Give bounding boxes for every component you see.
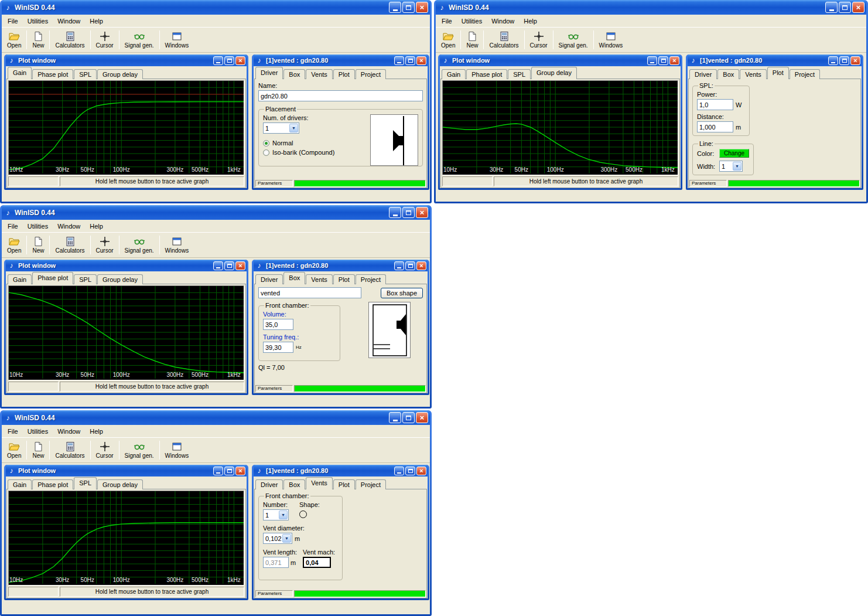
windows-button[interactable]: Windows (161, 28, 193, 52)
tab-box[interactable]: Box (283, 479, 305, 489)
spl-plot-area[interactable]: 10Hz30Hz50Hz100Hz300Hz500Hz1kHz (8, 491, 244, 586)
close-button[interactable]: × (416, 412, 428, 423)
minimize-button[interactable] (394, 261, 404, 270)
signal-gen-button[interactable]: Signal gen. (121, 233, 158, 257)
tab-box[interactable]: Box (717, 69, 739, 79)
cursor-button[interactable]: Cursor (92, 438, 118, 462)
close-button[interactable]: × (235, 56, 245, 65)
menu-help[interactable]: Help (85, 426, 108, 437)
volume-link[interactable]: Volume: (263, 311, 336, 318)
tab-plot[interactable]: Plot (767, 67, 789, 79)
tab-phase-plot[interactable]: Phase plot (32, 272, 73, 284)
tab-box[interactable]: Box (283, 69, 305, 79)
tab-vents[interactable]: Vents (740, 69, 767, 79)
vent-mach-input[interactable] (303, 557, 331, 568)
tab-project[interactable]: Project (356, 69, 386, 79)
new-button[interactable]: New (28, 438, 48, 462)
menu-file[interactable]: File (437, 16, 457, 26)
tab-group-delay[interactable]: Group delay (97, 69, 143, 79)
maximize-button[interactable] (405, 56, 415, 65)
menu-window[interactable]: Window (53, 426, 85, 437)
tab-gain[interactable]: Gain (8, 67, 32, 79)
parameters-label[interactable]: Parameters (255, 385, 293, 392)
radio-isobarik[interactable]: Iso-barik (Compound) (263, 149, 334, 156)
minimize-button[interactable] (825, 2, 838, 13)
maximize-button[interactable] (402, 412, 415, 423)
volume-input[interactable] (263, 319, 293, 330)
plot-window-title-bar[interactable]: ♪ Plot window × (440, 55, 681, 66)
tab-plot[interactable]: Plot (333, 274, 355, 284)
menu-help[interactable]: Help (85, 221, 108, 232)
close-button[interactable]: × (416, 56, 426, 65)
maximize-button[interactable] (405, 261, 415, 270)
tab-group-delay[interactable]: Group delay (97, 274, 143, 284)
minimize-button[interactable] (828, 56, 838, 65)
menu-file[interactable]: File (3, 426, 23, 437)
close-button[interactable]: × (416, 261, 426, 270)
maximize-button[interactable] (224, 56, 234, 65)
tuning-freq-input[interactable] (263, 342, 293, 353)
new-button[interactable]: New (28, 233, 48, 257)
menu-file[interactable]: File (3, 221, 23, 232)
tab-vents[interactable]: Vents (306, 477, 333, 489)
parameters-label[interactable]: Parameters (255, 590, 293, 597)
signal-gen-button[interactable]: Signal gen. (555, 28, 592, 52)
minimize-button[interactable] (389, 2, 401, 13)
calculators-button[interactable]: Calculators (51, 28, 88, 52)
vent-shape-circle-icon[interactable] (299, 511, 307, 518)
windows-button[interactable]: Windows (161, 233, 193, 257)
vented-window-title-bar[interactable]: ♪ [1]vented : gdn20.80 × (688, 55, 862, 66)
vented-window-title-bar[interactable]: ♪ [1]vented : gdn20.80 × (254, 260, 428, 271)
tab-box[interactable]: Box (283, 272, 305, 284)
calculators-button[interactable]: Calculators (51, 233, 88, 257)
menu-utilities[interactable]: Utilities (23, 16, 53, 26)
radio-normal[interactable]: Normal (263, 139, 334, 147)
maximize-button[interactable] (658, 56, 668, 65)
menu-file[interactable]: File (3, 16, 23, 26)
tab-phase-plot[interactable]: Phase plot (466, 69, 507, 79)
title-bar[interactable]: ♪ WinISD 0.44 × (2, 410, 430, 425)
tab-vents[interactable]: Vents (306, 274, 333, 284)
minimize-button[interactable] (647, 56, 657, 65)
tab-plot[interactable]: Plot (333, 479, 355, 489)
maximize-button[interactable] (402, 2, 415, 13)
minimize-button[interactable] (213, 261, 223, 270)
tab-driver[interactable]: Driver (689, 69, 717, 79)
minimize-button[interactable] (394, 467, 404, 475)
close-button[interactable]: × (416, 207, 428, 218)
tab-vents[interactable]: Vents (306, 69, 333, 79)
tab-gain[interactable]: Gain (442, 69, 466, 79)
tab-spl[interactable]: SPL (74, 477, 97, 489)
power-input[interactable] (697, 99, 733, 110)
menu-utilities[interactable]: Utilities (457, 16, 487, 26)
minimize-button[interactable] (213, 56, 223, 65)
tab-gain[interactable]: Gain (8, 479, 32, 489)
close-button[interactable]: × (852, 2, 864, 13)
tab-spl[interactable]: SPL (74, 69, 97, 79)
new-button[interactable]: New (462, 28, 482, 52)
vent-number-select[interactable]: 1 ▼ (263, 509, 289, 520)
vent-length-input[interactable] (263, 557, 289, 568)
tab-driver[interactable]: Driver (255, 479, 283, 489)
tab-driver[interactable]: Driver (255, 274, 283, 284)
tuning-freq-link[interactable]: Tuning freq.: (263, 333, 336, 341)
tab-project[interactable]: Project (356, 479, 386, 489)
tab-driver[interactable]: Driver (255, 67, 283, 79)
maximize-button[interactable] (402, 207, 415, 218)
box-type-input[interactable] (258, 287, 361, 298)
phase-plot-area[interactable]: 10Hz30Hz50Hz100Hz300Hz500Hz1kHz (8, 285, 244, 380)
minimize-button[interactable] (213, 467, 223, 475)
maximize-button[interactable] (224, 261, 234, 270)
menu-help[interactable]: Help (85, 16, 108, 26)
line-color-change-button[interactable]: Change (719, 149, 749, 158)
maximize-button[interactable] (839, 2, 851, 13)
close-button[interactable]: × (235, 467, 245, 475)
maximize-button[interactable] (224, 467, 234, 475)
plot-window-title-bar[interactable]: ♪ Plot window × (6, 55, 247, 66)
open-button[interactable]: Open (3, 438, 25, 462)
new-button[interactable]: New (28, 28, 48, 52)
title-bar[interactable]: ♪ WinISD 0.44 × (2, 205, 430, 220)
parameters-label[interactable]: Parameters (255, 180, 293, 187)
menu-utilities[interactable]: Utilities (23, 426, 53, 437)
tab-spl[interactable]: SPL (74, 274, 97, 284)
